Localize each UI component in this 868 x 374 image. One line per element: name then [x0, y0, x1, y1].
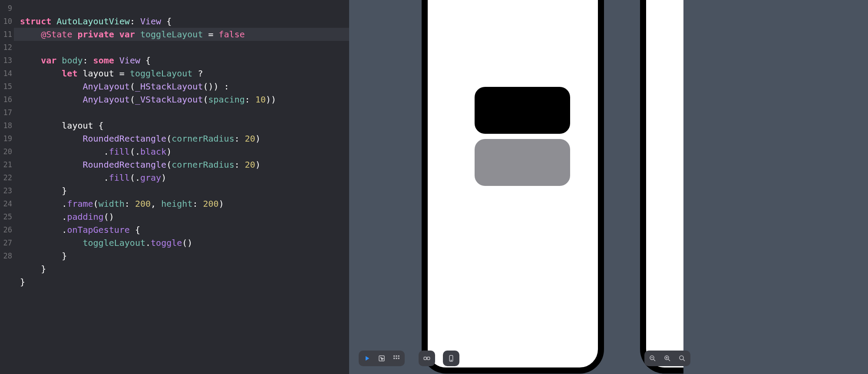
line-number: 21 [0, 158, 14, 171]
line-number: 12 [0, 41, 14, 54]
line-number: 11 [0, 28, 14, 41]
svg-point-18 [680, 356, 683, 360]
code-line: } [20, 262, 349, 275]
svg-rect-6 [398, 358, 399, 359]
code-line [20, 106, 349, 119]
code-line: var body: some View { [20, 54, 349, 67]
line-gutter: 9 10 11 12 13 14 15 16 17 18 19 20 21 22… [0, 0, 14, 374]
line-number: 17 [0, 106, 14, 119]
variants-control[interactable] [419, 351, 435, 366]
code-line: .fill(.black) [20, 145, 349, 158]
code-line: .padding() [20, 210, 349, 223]
code-line: toggleLayout.toggle() [20, 236, 349, 249]
preview-controls [359, 351, 405, 366]
rounded-rectangle-gray [475, 139, 570, 186]
code-line: } [20, 249, 349, 262]
line-number: 22 [0, 171, 14, 184]
zoom-out-icon[interactable] [648, 354, 657, 363]
svg-rect-5 [396, 358, 397, 359]
zoom-in-icon[interactable] [663, 354, 672, 363]
simulator-device-secondary [640, 0, 683, 374]
simulator-device[interactable] [422, 0, 604, 374]
line-number: 18 [0, 119, 14, 132]
code-line-active: @State private var toggleLayout = false [14, 28, 349, 41]
svg-rect-7 [424, 357, 426, 360]
svg-line-19 [683, 359, 685, 361]
code-line: AnyLayout(_HStackLayout()) : [20, 80, 349, 93]
line-number: 27 [0, 236, 14, 249]
variants-icon[interactable] [422, 354, 432, 363]
code-area[interactable]: struct AutoLayoutView: View { @State pri… [14, 0, 349, 374]
preview-canvas[interactable] [349, 0, 868, 374]
code-line [20, 41, 349, 54]
code-line: .frame(width: 200, height: 200) [20, 197, 349, 210]
zoom-controls [644, 351, 690, 366]
code-line: .onTapGesture { [20, 223, 349, 236]
svg-line-15 [668, 359, 670, 361]
line-number: 16 [0, 93, 14, 106]
line-number: 25 [0, 210, 14, 223]
line-number: 20 [0, 145, 14, 158]
rounded-rectangle-black [475, 87, 570, 134]
code-editor[interactable]: 9 10 11 12 13 14 15 16 17 18 19 20 21 22… [0, 0, 349, 374]
line-number: 23 [0, 184, 14, 197]
svg-rect-3 [398, 355, 399, 357]
line-number: 24 [0, 197, 14, 210]
line-number: 28 [0, 249, 14, 262]
line-number: 9 [0, 2, 14, 15]
device-settings[interactable] [443, 351, 459, 366]
line-number: 26 [0, 223, 14, 236]
svg-line-12 [653, 359, 655, 361]
grid-icon[interactable] [392, 354, 401, 363]
svg-rect-4 [393, 358, 395, 359]
svg-point-10 [451, 360, 452, 361]
code-line: AnyLayout(_VStackLayout(spacing: 10)) [20, 93, 349, 106]
code-line: RoundedRectangle(cornerRadius: 20) [20, 158, 349, 171]
code-line: RoundedRectangle(cornerRadius: 20) [20, 132, 349, 145]
code-line: struct AutoLayoutView: View { [20, 15, 349, 28]
selectable-icon[interactable] [377, 354, 386, 363]
code-line: .fill(.gray) [20, 171, 349, 184]
line-number: 14 [0, 67, 14, 80]
svg-rect-1 [393, 355, 395, 357]
svg-rect-2 [396, 355, 397, 357]
play-icon[interactable] [362, 354, 372, 363]
device-icon[interactable] [446, 354, 456, 363]
line-number: 10 [0, 15, 14, 28]
code-line: } [20, 184, 349, 197]
preview-content[interactable] [475, 87, 570, 186]
code-line: layout { [20, 119, 349, 132]
zoom-fit-icon[interactable] [677, 354, 687, 363]
code-line [20, 2, 349, 15]
svg-rect-8 [427, 357, 430, 360]
line-number: 15 [0, 80, 14, 93]
line-number: 13 [0, 54, 14, 67]
line-number: 19 [0, 132, 14, 145]
code-line: } [20, 275, 349, 288]
code-line: let layout = toggleLayout ? [20, 67, 349, 80]
